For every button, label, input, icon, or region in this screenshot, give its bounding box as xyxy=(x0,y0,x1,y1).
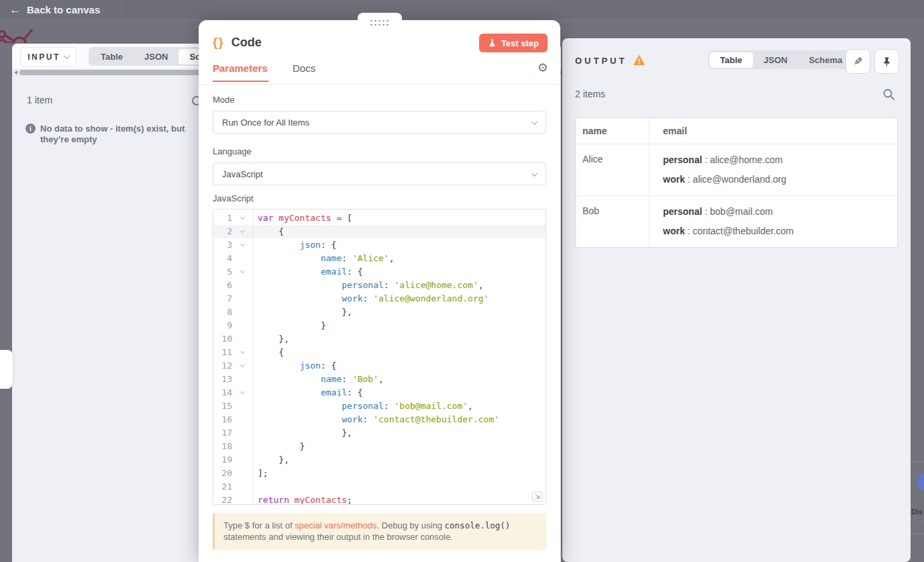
cell-email: personal : bob@mail.comwork : contact@th… xyxy=(650,196,897,247)
special-vars-link[interactable]: special vars/methods xyxy=(295,520,376,530)
code-line[interactable]: 5 email: { xyxy=(213,265,546,279)
code-text: }, xyxy=(254,453,289,467)
dialog-drag-handle[interactable] xyxy=(358,13,402,28)
line-number: 18 xyxy=(213,440,232,453)
code-line[interactable]: 13 name: 'Bob', xyxy=(213,373,546,386)
gear-icon[interactable]: ⚙ xyxy=(537,60,548,75)
line-number: 15 xyxy=(213,400,232,413)
hint-text: Type $ for a list of xyxy=(223,520,295,530)
line-number: 1 xyxy=(213,212,232,225)
code-line[interactable]: 16 work: 'contact@thebuilder.com' xyxy=(213,413,546,426)
code-text: }, xyxy=(254,426,352,440)
input-source-select[interactable]: INPUT xyxy=(20,47,76,66)
line-number: 10 xyxy=(213,332,232,346)
search-icon[interactable] xyxy=(882,88,895,101)
canvas-node-sublabel: dLega xyxy=(910,518,924,524)
code-text: { xyxy=(254,225,284,238)
code-line[interactable]: 8 }, xyxy=(213,306,546,319)
line-number: 16 xyxy=(213,413,232,426)
code-text: personal: 'bob@mail.com', xyxy=(254,400,473,413)
code-line[interactable]: 10 }, xyxy=(213,332,546,346)
tab-parameters[interactable]: Parameters xyxy=(213,62,268,74)
code-text: return myContacts; xyxy=(254,494,352,505)
code-line[interactable]: 19 }, xyxy=(213,453,546,467)
line-number: 6 xyxy=(213,279,232,292)
code-line[interactable]: 15 personal: 'bob@mail.com', xyxy=(213,400,546,413)
code-line[interactable]: 3 json: { xyxy=(213,238,546,252)
code-text: json: { xyxy=(254,359,336,373)
fold-chevron-icon[interactable] xyxy=(240,215,245,220)
mode-select[interactable]: Run Once for All Items xyxy=(213,111,546,134)
table-row: Bobpersonal : bob@mail.comwork : contact… xyxy=(576,196,897,247)
code-editor[interactable]: 1var myContacts = [2 {3 json: {4 name: '… xyxy=(213,209,546,505)
editor-gutter: 10 xyxy=(213,332,254,346)
editor-hint: Type $ for a list of special vars/method… xyxy=(213,513,546,550)
code-text: json: { xyxy=(254,238,336,252)
code-text: name: 'Bob', xyxy=(254,373,384,386)
code-line[interactable]: 18 } xyxy=(213,440,546,453)
left-panel-collapse-handle[interactable] xyxy=(0,350,13,389)
code-line[interactable]: 9 } xyxy=(213,319,546,332)
pin-data-button[interactable] xyxy=(874,49,899,74)
code-line[interactable]: 14 email: { xyxy=(213,386,546,400)
language-select[interactable]: JavaScript xyxy=(213,162,546,185)
fold-chevron-icon[interactable] xyxy=(240,269,245,273)
code-editor-label: JavaScript xyxy=(213,193,254,203)
line-number: 2 xyxy=(213,225,232,238)
code-line[interactable]: 22return myContacts; xyxy=(213,494,546,505)
editor-gutter: 15 xyxy=(213,400,254,413)
input-items-count: 1 item xyxy=(27,95,52,105)
code-line[interactable]: 11 { xyxy=(213,346,546,359)
line-number: 19 xyxy=(213,453,232,467)
editor-gutter: 9 xyxy=(213,319,254,332)
top-bar: ← Back to canvas xyxy=(0,0,924,20)
canvas-fragment-line xyxy=(911,534,924,534)
code-line[interactable]: 20]; xyxy=(213,467,546,480)
editor-gutter: 8 xyxy=(213,306,254,319)
test-step-button[interactable]: Test step xyxy=(479,34,548,52)
line-number: 17 xyxy=(213,426,232,440)
input-empty-notice: i No data to show - item(s) exist, but t… xyxy=(25,124,207,145)
code-line[interactable]: 6 personal: 'alice@home.com', xyxy=(213,279,546,292)
output-tab-schema[interactable]: Schema xyxy=(798,52,853,68)
fold-chevron-icon[interactable] xyxy=(240,349,245,354)
table-row: Alicepersonal : alice@home.comwork : ali… xyxy=(576,144,897,196)
tab-docs[interactable]: Docs xyxy=(293,62,315,74)
output-tab-json[interactable]: JSON xyxy=(753,52,798,68)
mode-label: Mode xyxy=(213,95,235,105)
code-text: work: 'contact@thebuilder.com' xyxy=(254,413,499,426)
hint-text: statements and viewing their output in t… xyxy=(223,532,453,542)
code-line[interactable]: 12 json: { xyxy=(213,359,546,373)
chevron-down-icon xyxy=(63,52,70,59)
fold-chevron-icon[interactable] xyxy=(240,363,245,367)
fold-chevron-icon[interactable] xyxy=(240,389,245,394)
editor-resize-grip[interactable]: ⇲ xyxy=(532,491,543,502)
editor-gutter: 3 xyxy=(213,238,254,252)
input-tab-table[interactable]: Table xyxy=(90,49,134,64)
code-text: { xyxy=(254,346,284,359)
edit-output-button[interactable]: ✎ xyxy=(845,49,870,74)
code-line[interactable]: 7 work: 'alice@wonderland.org' xyxy=(213,292,546,306)
chevron-down-icon xyxy=(531,118,538,125)
code-node-icon: {} xyxy=(213,35,224,50)
code-line[interactable]: 1var myContacts = [ xyxy=(213,212,546,225)
code-line[interactable]: 4 name: 'Alice', xyxy=(213,252,546,265)
code-text: } xyxy=(254,440,305,453)
canvas-fragment-line xyxy=(911,461,924,462)
dialog-title: Code xyxy=(232,36,262,50)
code-text xyxy=(254,480,258,494)
code-line[interactable]: 21 xyxy=(213,480,546,494)
code-line[interactable]: 17 }, xyxy=(213,426,546,440)
test-step-label: Test step xyxy=(501,38,539,48)
code-line[interactable]: 2 { xyxy=(213,225,546,238)
scroll-left-arrow-icon[interactable] xyxy=(14,71,17,75)
dialog-tabs: Parameters Docs ⚙ xyxy=(199,60,560,85)
fold-chevron-icon[interactable] xyxy=(240,242,245,246)
output-tab-table[interactable]: Table xyxy=(709,52,753,68)
output-table: name email Alicepersonal : alice@home.co… xyxy=(575,118,898,248)
code-text: var myContacts = [ xyxy=(254,212,352,225)
fold-chevron-icon[interactable] xyxy=(240,228,245,233)
warning-icon xyxy=(633,55,645,66)
input-tab-json[interactable]: JSON xyxy=(134,49,178,64)
code-editor-lines[interactable]: 1var myContacts = [2 {3 json: {4 name: '… xyxy=(213,212,546,505)
